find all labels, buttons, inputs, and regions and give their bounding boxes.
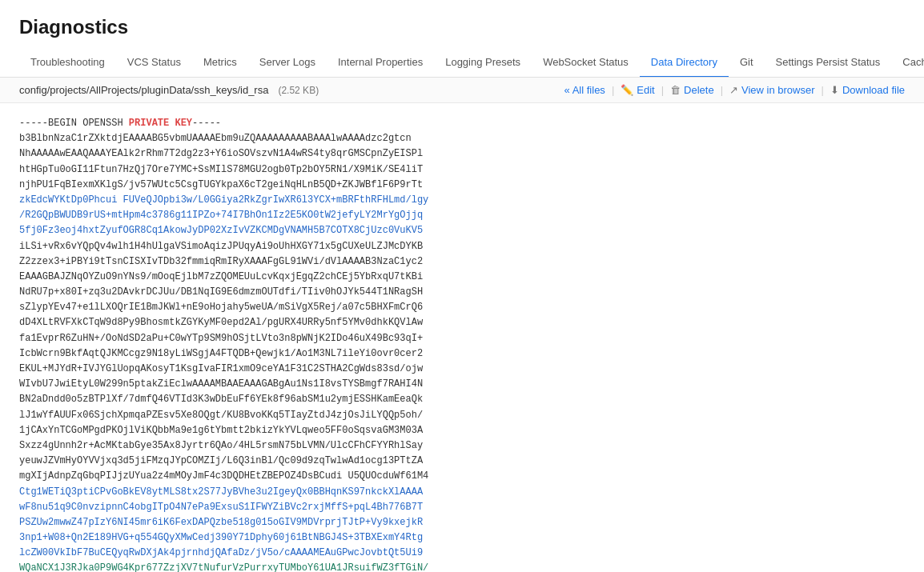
delete-link[interactable]: Delete bbox=[684, 84, 714, 96]
separator-1: | bbox=[609, 84, 617, 96]
edit-icon: ✏️ bbox=[621, 84, 633, 96]
tab-data-directory[interactable]: Data Directory bbox=[640, 48, 729, 78]
tab-caches[interactable]: Caches bbox=[891, 48, 924, 78]
page-title: Diagnostics bbox=[19, 16, 905, 38]
tab-vcs-status[interactable]: VCS Status bbox=[116, 48, 192, 78]
view-browser-icon: ↗ bbox=[729, 84, 738, 96]
separator-2: | bbox=[658, 84, 667, 96]
tab-git[interactable]: Git bbox=[729, 48, 765, 78]
tab-metrics[interactable]: Metrics bbox=[192, 48, 248, 78]
download-icon: ⬇ bbox=[830, 84, 839, 96]
separator-3: | bbox=[717, 84, 726, 96]
view-in-browser-link[interactable]: View in browser bbox=[741, 84, 815, 96]
all-files-link[interactable]: « All files bbox=[564, 84, 605, 96]
tab-troubleshooting[interactable]: Troubleshooting bbox=[19, 48, 116, 78]
page-wrapper: Diagnostics Troubleshooting VCS Status M… bbox=[0, 0, 924, 572]
tab-websocket-status[interactable]: WebSocket Status bbox=[532, 48, 640, 78]
download-file-link[interactable]: Download file bbox=[842, 84, 905, 96]
file-bar: config/projects/AllProjects/pluginData/s… bbox=[0, 78, 924, 103]
tab-logging-presets[interactable]: Logging Presets bbox=[434, 48, 532, 78]
separator-4: | bbox=[818, 84, 827, 96]
file-actions: « All files | ✏️ Edit | 🗑 Delete | ↗ Vie… bbox=[564, 84, 905, 96]
tab-settings-persist-status[interactable]: Settings Persist Status bbox=[765, 48, 892, 78]
delete-icon: 🗑 bbox=[670, 84, 681, 96]
edit-link[interactable]: Edit bbox=[637, 84, 654, 96]
tab-server-logs[interactable]: Server Logs bbox=[248, 48, 327, 78]
content-area: -----BEGIN OPENSSH PRIVATE KEY----- b3Bl… bbox=[0, 103, 924, 572]
tabs-nav: Troubleshooting VCS Status Metrics Serve… bbox=[0, 48, 924, 78]
tab-internal-properties[interactable]: Internal Properties bbox=[327, 48, 434, 78]
page-header: Diagnostics bbox=[0, 0, 924, 48]
file-path: config/projects/AllProjects/pluginData/s… bbox=[19, 84, 268, 96]
file-size: (2.52 KB) bbox=[278, 85, 319, 96]
code-content: -----BEGIN OPENSSH PRIVATE KEY----- b3Bl… bbox=[19, 116, 905, 572]
